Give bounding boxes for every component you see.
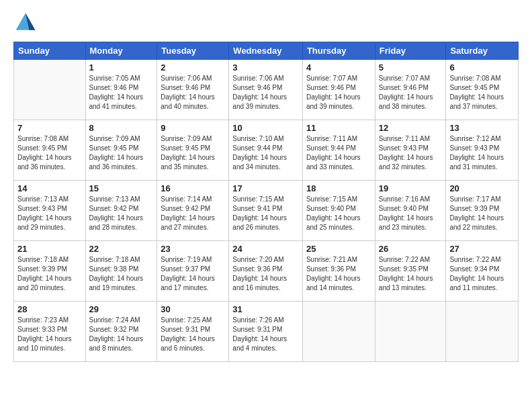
day-info: Sunrise: 7:16 AMSunset: 9:40 PMDaylight:… — [379, 195, 443, 232]
logo — [13, 11, 40, 35]
day-number: 18 — [306, 183, 371, 193]
table-row: 18Sunrise: 7:15 AMSunset: 9:40 PMDayligh… — [302, 181, 375, 241]
day-info: Sunrise: 7:17 AMSunset: 9:39 PMDaylight:… — [449, 195, 515, 232]
col-thursday: Thursday — [302, 42, 375, 60]
day-info: Sunrise: 7:07 AMSunset: 9:46 PMDaylight:… — [379, 74, 443, 111]
day-number: 30 — [161, 304, 225, 314]
day-info: Sunrise: 7:09 AMSunset: 9:45 PMDaylight:… — [89, 134, 154, 172]
day-number: 11 — [306, 123, 371, 133]
day-number: 25 — [306, 244, 371, 254]
day-number: 26 — [379, 244, 443, 254]
day-number: 6 — [449, 62, 515, 73]
table-row: 30Sunrise: 7:25 AMSunset: 9:31 PMDayligh… — [157, 302, 229, 362]
logo-icon — [13, 11, 38, 35]
table-row: 6Sunrise: 7:08 AMSunset: 9:45 PMDaylight… — [446, 60, 519, 120]
day-number: 1 — [89, 62, 154, 73]
day-number: 13 — [449, 123, 515, 133]
day-number: 24 — [232, 244, 299, 254]
day-info: Sunrise: 7:11 AMSunset: 9:43 PMDaylight:… — [379, 134, 443, 172]
table-row: 15Sunrise: 7:13 AMSunset: 9:42 PMDayligh… — [85, 181, 157, 241]
day-number: 29 — [89, 304, 154, 314]
table-row: 4Sunrise: 7:07 AMSunset: 9:46 PMDaylight… — [302, 60, 375, 120]
day-info: Sunrise: 7:11 AMSunset: 9:44 PMDaylight:… — [306, 134, 371, 172]
day-info: Sunrise: 7:22 AMSunset: 9:35 PMDaylight:… — [379, 255, 443, 293]
table-row: 20Sunrise: 7:17 AMSunset: 9:39 PMDayligh… — [446, 181, 519, 241]
day-info: Sunrise: 7:05 AMSunset: 9:46 PMDaylight:… — [89, 74, 154, 111]
day-number: 31 — [232, 304, 299, 314]
calendar-week-row: 1Sunrise: 7:05 AMSunset: 9:46 PMDaylight… — [14, 60, 519, 120]
table-row: 23Sunrise: 7:19 AMSunset: 9:37 PMDayligh… — [157, 241, 229, 302]
day-number: 2 — [161, 62, 225, 73]
calendar-header-row: Sunday Monday Tuesday Wednesday Thursday… — [14, 42, 519, 60]
table-row: 8Sunrise: 7:09 AMSunset: 9:45 PMDaylight… — [85, 120, 157, 181]
day-info: Sunrise: 7:20 AMSunset: 9:36 PMDaylight:… — [232, 255, 299, 293]
day-number: 23 — [161, 244, 225, 254]
day-info: Sunrise: 7:08 AMSunset: 9:45 PMDaylight:… — [17, 134, 82, 172]
calendar-week-row: 7Sunrise: 7:08 AMSunset: 9:45 PMDaylight… — [14, 120, 519, 181]
day-info: Sunrise: 7:24 AMSunset: 9:32 PMDaylight:… — [89, 316, 154, 353]
day-info: Sunrise: 7:06 AMSunset: 9:46 PMDaylight:… — [232, 74, 299, 111]
day-info: Sunrise: 7:21 AMSunset: 9:36 PMDaylight:… — [306, 255, 371, 293]
table-row — [302, 302, 375, 362]
day-info: Sunrise: 7:26 AMSunset: 9:31 PMDaylight:… — [232, 316, 299, 353]
day-number: 22 — [89, 244, 154, 254]
table-row: 31Sunrise: 7:26 AMSunset: 9:31 PMDayligh… — [229, 302, 303, 362]
day-info: Sunrise: 7:19 AMSunset: 9:37 PMDaylight:… — [161, 255, 225, 293]
day-info: Sunrise: 7:13 AMSunset: 9:42 PMDaylight:… — [89, 195, 154, 232]
table-row: 3Sunrise: 7:06 AMSunset: 9:46 PMDaylight… — [229, 60, 303, 120]
calendar-table: Sunday Monday Tuesday Wednesday Thursday… — [13, 42, 519, 362]
calendar-week-row: 21Sunrise: 7:18 AMSunset: 9:39 PMDayligh… — [14, 241, 519, 302]
day-number: 12 — [379, 123, 443, 133]
day-number: 20 — [449, 183, 515, 193]
table-row — [14, 60, 86, 120]
day-number: 4 — [306, 62, 371, 73]
day-number: 3 — [232, 62, 299, 73]
table-row: 14Sunrise: 7:13 AMSunset: 9:43 PMDayligh… — [14, 181, 86, 241]
day-number: 9 — [161, 123, 225, 133]
table-row: 16Sunrise: 7:14 AMSunset: 9:42 PMDayligh… — [157, 181, 229, 241]
table-row: 11Sunrise: 7:11 AMSunset: 9:44 PMDayligh… — [302, 120, 375, 181]
day-number: 21 — [17, 244, 82, 254]
table-row: 5Sunrise: 7:07 AMSunset: 9:46 PMDaylight… — [375, 60, 446, 120]
table-row: 12Sunrise: 7:11 AMSunset: 9:43 PMDayligh… — [375, 120, 446, 181]
day-number: 19 — [379, 183, 443, 193]
day-number: 10 — [232, 123, 299, 133]
table-row: 17Sunrise: 7:15 AMSunset: 9:41 PMDayligh… — [229, 181, 303, 241]
table-row — [375, 302, 446, 362]
col-sunday: Sunday — [14, 42, 86, 60]
day-number: 8 — [89, 123, 154, 133]
day-number: 27 — [449, 244, 515, 254]
day-info: Sunrise: 7:23 AMSunset: 9:33 PMDaylight:… — [17, 316, 82, 353]
table-row: 13Sunrise: 7:12 AMSunset: 9:43 PMDayligh… — [446, 120, 519, 181]
table-row: 28Sunrise: 7:23 AMSunset: 9:33 PMDayligh… — [14, 302, 86, 362]
table-row — [446, 302, 519, 362]
table-row: 24Sunrise: 7:20 AMSunset: 9:36 PMDayligh… — [229, 241, 303, 302]
table-row: 27Sunrise: 7:22 AMSunset: 9:34 PMDayligh… — [446, 241, 519, 302]
day-number: 14 — [17, 183, 82, 193]
day-number: 15 — [89, 183, 154, 193]
table-row: 7Sunrise: 7:08 AMSunset: 9:45 PMDaylight… — [14, 120, 86, 181]
table-row: 2Sunrise: 7:06 AMSunset: 9:46 PMDaylight… — [157, 60, 229, 120]
day-info: Sunrise: 7:22 AMSunset: 9:34 PMDaylight:… — [449, 255, 515, 293]
table-row: 29Sunrise: 7:24 AMSunset: 9:32 PMDayligh… — [85, 302, 157, 362]
col-friday: Friday — [375, 42, 446, 60]
table-row: 1Sunrise: 7:05 AMSunset: 9:46 PMDaylight… — [85, 60, 157, 120]
day-info: Sunrise: 7:06 AMSunset: 9:46 PMDaylight:… — [161, 74, 225, 111]
col-saturday: Saturday — [446, 42, 519, 60]
col-monday: Monday — [85, 42, 157, 60]
day-info: Sunrise: 7:07 AMSunset: 9:46 PMDaylight:… — [306, 74, 371, 111]
day-info: Sunrise: 7:15 AMSunset: 9:41 PMDaylight:… — [232, 195, 299, 232]
table-row: 19Sunrise: 7:16 AMSunset: 9:40 PMDayligh… — [375, 181, 446, 241]
day-info: Sunrise: 7:25 AMSunset: 9:31 PMDaylight:… — [161, 316, 225, 353]
day-info: Sunrise: 7:18 AMSunset: 9:39 PMDaylight:… — [17, 255, 82, 293]
day-number: 5 — [379, 62, 443, 73]
table-row: 10Sunrise: 7:10 AMSunset: 9:44 PMDayligh… — [229, 120, 303, 181]
day-number: 28 — [17, 304, 82, 314]
table-row: 21Sunrise: 7:18 AMSunset: 9:39 PMDayligh… — [14, 241, 86, 302]
day-info: Sunrise: 7:15 AMSunset: 9:40 PMDaylight:… — [306, 195, 371, 232]
table-row: 22Sunrise: 7:18 AMSunset: 9:38 PMDayligh… — [85, 241, 157, 302]
calendar-week-row: 14Sunrise: 7:13 AMSunset: 9:43 PMDayligh… — [14, 181, 519, 241]
day-info: Sunrise: 7:14 AMSunset: 9:42 PMDaylight:… — [161, 195, 225, 232]
day-info: Sunrise: 7:13 AMSunset: 9:43 PMDaylight:… — [17, 195, 82, 232]
calendar-week-row: 28Sunrise: 7:23 AMSunset: 9:33 PMDayligh… — [14, 302, 519, 362]
